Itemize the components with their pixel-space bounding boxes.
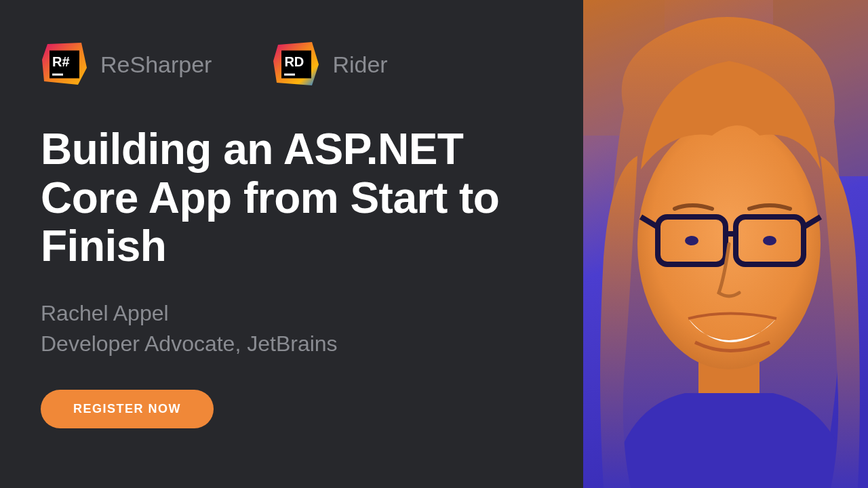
resharper-badge: R# (50, 51, 79, 79)
logo-resharper: R# ReSharper (41, 41, 212, 88)
svg-point-13 (763, 236, 776, 245)
register-button[interactable]: REGISTER NOW (41, 390, 214, 428)
resharper-icon: R# (41, 41, 88, 88)
logos-row: R# ReSharper RD (41, 41, 542, 88)
rider-name: Rider (332, 52, 387, 78)
resharper-name: ReSharper (100, 52, 212, 78)
speaker-portrait (583, 0, 868, 488)
speaker-name: Rachel Appel (41, 298, 542, 329)
rider-icon: RD (273, 41, 320, 88)
content-panel: R# ReSharper RD (0, 0, 583, 488)
svg-point-12 (685, 236, 698, 245)
webinar-title: Building an ASP.NET Core App from Start … (41, 125, 542, 271)
speaker-role: Developer Advocate, JetBrains (41, 329, 542, 359)
rider-badge: RD (281, 51, 311, 79)
speaker-block: Rachel Appel Developer Advocate, JetBrai… (41, 298, 542, 359)
logo-rider: RD Rider (273, 41, 387, 88)
